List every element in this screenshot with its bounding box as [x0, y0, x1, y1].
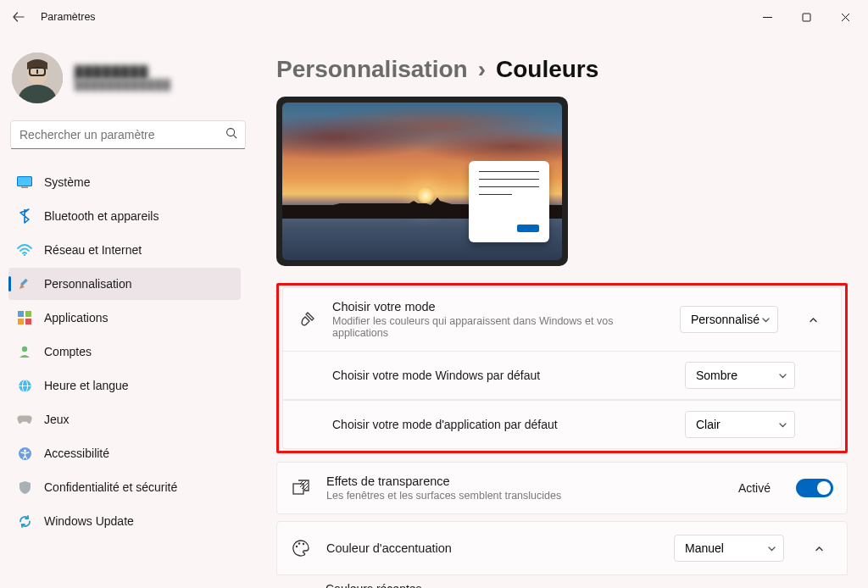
breadcrumb-current: Couleurs [496, 56, 598, 83]
app-mode-label: Choisir votre mode d'application par déf… [332, 418, 685, 431]
sidebar-item-applications[interactable]: Applications [8, 302, 241, 334]
transparency-state-label: Activé [738, 481, 771, 495]
main-content: Personnalisation › Couleurs Choisir votr… [254, 34, 868, 588]
svg-rect-14 [25, 311, 31, 317]
chevron-down-icon [778, 371, 787, 380]
accounts-icon [17, 344, 32, 359]
title-bar: Paramètres [0, 0, 868, 34]
accent-card[interactable]: Couleur d'accentuation Manuel [276, 521, 848, 575]
theme-preview [276, 97, 568, 266]
chevron-down-icon [767, 544, 776, 553]
system-icon [17, 175, 32, 190]
sidebar-item-system[interactable]: Système [8, 166, 241, 198]
sidebar-item-privacy[interactable]: Confidentialité et sécurité [8, 471, 241, 503]
nav-label: Heure et langue [44, 379, 129, 392]
nav-label: Système [44, 175, 90, 189]
maximize-button[interactable] [787, 3, 826, 31]
accessibility-icon [17, 446, 32, 461]
sidebar-item-windows-update[interactable]: Windows Update [8, 505, 241, 537]
windows-mode-row: Choisir votre mode Windows par défaut So… [282, 352, 842, 400]
privacy-icon [17, 480, 32, 495]
search-box[interactable] [10, 120, 246, 149]
recent-colors-label: Couleurs récentes [276, 575, 848, 588]
svg-rect-13 [18, 311, 24, 317]
svg-point-11 [24, 254, 25, 256]
back-button[interactable] [3, 2, 34, 32]
svg-rect-10 [21, 187, 28, 189]
accent-collapse-button[interactable] [804, 534, 833, 563]
sidebar-item-accessibility[interactable]: Accessibilité [8, 437, 241, 469]
svg-point-24 [296, 546, 298, 547]
games-icon [17, 412, 32, 427]
nav-label: Windows Update [44, 514, 134, 528]
svg-point-26 [303, 543, 304, 545]
chevron-up-icon [808, 314, 819, 325]
svg-point-25 [298, 542, 300, 544]
update-icon [17, 513, 32, 529]
sidebar-item-personalization[interactable]: Personnalisation [8, 268, 241, 300]
nav-list: Système Bluetooth et appareils Réseau et… [8, 166, 246, 537]
preview-window-mock [469, 161, 549, 242]
sidebar-item-bluetooth[interactable]: Bluetooth et appareils [8, 200, 241, 232]
chevron-down-icon [761, 315, 771, 325]
mode-card[interactable]: Choisir votre mode Modifier les couleurs… [282, 287, 842, 352]
minimize-button[interactable] [748, 3, 787, 31]
time-language-icon [17, 378, 32, 393]
transparency-subtitle: Les fenêtres et les surfaces semblent tr… [326, 490, 725, 502]
nav-label: Accessibilité [44, 447, 109, 460]
sidebar-item-time-language[interactable]: Heure et langue [8, 369, 241, 402]
breadcrumb-separator: › [478, 56, 486, 83]
close-button[interactable] [826, 3, 865, 31]
profile-block[interactable]: ████████ ████████████ [8, 39, 246, 120]
nav-label: Applications [44, 311, 108, 325]
mode-title: Choisir votre mode [332, 300, 666, 313]
windows-mode-dropdown[interactable]: Sombre [685, 362, 795, 389]
nav-label: Personnalisation [44, 277, 132, 291]
brush-icon [295, 310, 319, 329]
windows-mode-label: Choisir votre mode Windows par défaut [332, 369, 685, 382]
chevron-up-icon [814, 543, 825, 554]
app-mode-dropdown[interactable]: Clair [685, 411, 795, 438]
transparency-title: Effets de transparence [326, 474, 725, 488]
palette-icon [289, 539, 313, 557]
app-mode-row: Choisir votre mode d'application par déf… [282, 400, 842, 449]
nav-label: Comptes [44, 345, 92, 358]
svg-rect-15 [18, 319, 24, 325]
mode-subtitle: Modifier les couleurs qui apparaissent d… [332, 315, 666, 339]
bluetooth-icon [17, 208, 32, 224]
mode-dropdown[interactable]: Personnalisé [680, 306, 778, 333]
svg-rect-0 [803, 14, 810, 21]
network-icon [17, 242, 32, 258]
accent-title: Couleur d'accentuation [326, 541, 660, 555]
sidebar-item-network[interactable]: Réseau et Internet [8, 234, 241, 266]
svg-rect-9 [18, 177, 31, 186]
avatar [12, 53, 63, 103]
chevron-down-icon [778, 420, 787, 430]
sidebar-item-games[interactable]: Jeux [8, 403, 241, 435]
svg-rect-12 [20, 279, 28, 286]
transparency-toggle[interactable] [796, 479, 833, 497]
profile-name: ████████ [75, 65, 171, 79]
breadcrumb: Personnalisation › Couleurs [276, 34, 848, 97]
profile-email: ████████████ [75, 79, 171, 91]
nav-label: Jeux [44, 413, 70, 426]
apps-icon [17, 310, 32, 325]
nav-label: Confidentialité et sécurité [44, 480, 177, 494]
sidebar-item-accounts[interactable]: Comptes [8, 336, 241, 368]
breadcrumb-parent[interactable]: Personnalisation [276, 56, 468, 83]
svg-rect-16 [25, 319, 31, 325]
svg-line-7 [234, 136, 237, 139]
personalization-icon [17, 276, 32, 291]
highlight-annotation: Choisir votre mode Modifier les couleurs… [276, 283, 848, 453]
sidebar: ████████ ████████████ Système Bluetooth … [0, 34, 254, 588]
search-input[interactable] [19, 128, 222, 141]
svg-point-6 [227, 129, 235, 136]
search-icon [222, 127, 238, 142]
nav-label: Réseau et Internet [44, 243, 142, 257]
transparency-card[interactable]: Effets de transparence Les fenêtres et l… [276, 462, 848, 514]
transparency-icon [289, 479, 313, 497]
app-title: Paramètres [34, 11, 96, 23]
mode-collapse-button[interactable] [798, 305, 827, 334]
svg-point-17 [22, 347, 27, 352]
accent-dropdown[interactable]: Manuel [674, 535, 784, 562]
